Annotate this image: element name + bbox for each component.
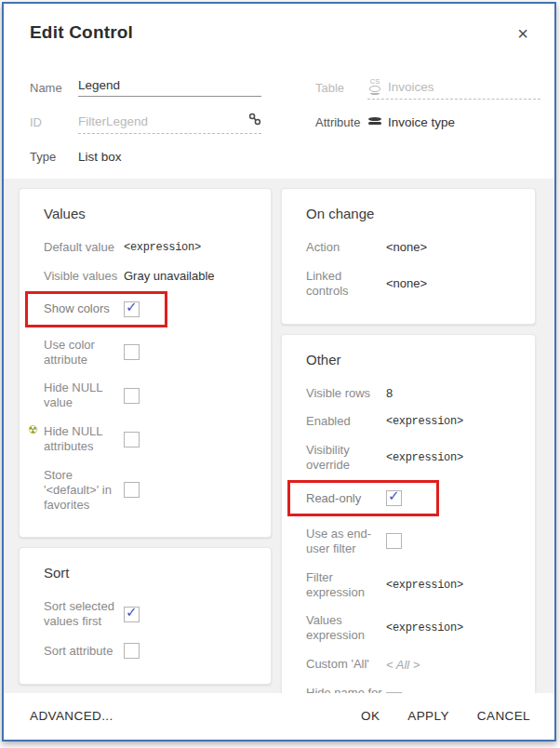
field-row: Sort attribute: [44, 643, 252, 659]
advanced-button[interactable]: ADVANCED...: [30, 709, 113, 723]
show-colors-checkbox[interactable]: [124, 301, 140, 317]
action-label: Action: [306, 240, 386, 255]
sort-selected-first-label: Sort selected values first: [44, 599, 124, 629]
name-label: Name: [30, 78, 78, 95]
visible-rows-field[interactable]: 8: [386, 386, 393, 400]
custom-all-field[interactable]: < All >: [386, 658, 420, 672]
values-expression-label: Values expression: [306, 613, 386, 643]
sort-selected-first-checkbox[interactable]: [124, 607, 140, 622]
field-row: Linked controls <none>: [306, 269, 516, 299]
visibility-override-label: Visibility override: [306, 443, 386, 473]
dialog-header: Edit Control ×: [4, 4, 554, 71]
table-icon: CS: [367, 78, 382, 95]
id-label: ID: [30, 113, 78, 129]
field-row: Filter expression <expression>: [306, 570, 516, 600]
values-card-title: Values: [44, 206, 252, 221]
linked-controls-label: Linked controls: [306, 269, 386, 299]
hide-name-end-user-label: Hide name for end user: [306, 686, 386, 693]
other-card: Other Visible rows 8 Enabled <expression…: [281, 334, 536, 693]
action-field[interactable]: <none>: [386, 240, 427, 254]
enabled-label: Enabled: [306, 414, 386, 429]
hide-null-value-checkbox[interactable]: [124, 388, 140, 404]
field-row: Hide name for end user: [306, 686, 516, 693]
visibility-override-field[interactable]: <expression>: [386, 451, 463, 464]
chain-link-icon[interactable]: [248, 113, 261, 129]
on-change-card: On change Action <none> Linked controls …: [281, 188, 536, 325]
use-color-attribute-checkbox[interactable]: [124, 344, 140, 360]
use-color-attribute-label: Use color attribute: [44, 338, 124, 367]
hide-name-end-user-checkbox[interactable]: [386, 692, 402, 693]
dialog-footer: ADVANCED... OK APPLY CANCEL: [4, 693, 554, 740]
field-row: Visibility override <expression>: [306, 443, 516, 473]
visible-values-label: Visible values: [44, 269, 124, 284]
custom-all-label: Custom 'All': [306, 657, 386, 672]
hide-null-attributes-label: ☢ Hide NULL attributes: [44, 424, 124, 454]
attribute-value[interactable]: Invoice type: [388, 113, 455, 129]
field-row: Action <none>: [306, 240, 516, 255]
field-row: Use as end-user filter: [306, 527, 516, 556]
field-row: Visible values Gray unavailable: [44, 269, 252, 284]
hide-null-attributes-checkbox[interactable]: [124, 432, 140, 447]
visible-rows-label: Visible rows: [306, 386, 386, 401]
cards-area: Values Default value <expression> Visibl…: [4, 179, 554, 693]
attribute-field-line: Invoice type: [367, 113, 540, 133]
id-field-line: [78, 113, 261, 134]
field-row: Enabled <expression>: [306, 414, 516, 429]
dialog-title: Edit Control: [30, 22, 133, 43]
table-value: Invoices: [388, 80, 434, 94]
values-card: Values Default value <expression> Visibl…: [19, 188, 272, 538]
table-label: Table: [315, 78, 367, 95]
field-row: Values expression <expression>: [306, 613, 516, 643]
hide-null-value-label: Hide NULL value: [44, 381, 124, 410]
sort-card-title: Sort: [44, 565, 252, 581]
field-row: Store '<default>' in favorites: [44, 468, 252, 513]
apply-button[interactable]: APPLY: [407, 709, 449, 723]
filter-expression-field[interactable]: <expression>: [386, 579, 463, 592]
filter-expression-label: Filter expression: [306, 570, 386, 600]
close-icon[interactable]: ×: [513, 22, 532, 45]
name-field-line: [78, 78, 261, 97]
field-row: Sort selected values first: [44, 599, 252, 629]
type-label: Type: [30, 147, 78, 164]
field-row: Hide NULL value: [44, 381, 252, 410]
edit-control-dialog: Edit Control × Name Table CS Invoices ID: [2, 2, 556, 741]
visible-values-field[interactable]: Gray unavailable: [124, 269, 215, 283]
values-expression-field[interactable]: <expression>: [386, 621, 463, 634]
on-change-card-title: On change: [306, 206, 516, 221]
name-input[interactable]: [78, 78, 261, 92]
field-row: Default value <expression>: [44, 240, 252, 255]
store-default-favorites-checkbox[interactable]: [124, 482, 140, 498]
store-default-favorites-label: Store '<default>' in favorites: [44, 468, 124, 513]
attribute-disc-icon: [367, 117, 382, 125]
cancel-button[interactable]: CANCEL: [477, 709, 530, 723]
experimental-icon: ☢: [28, 424, 38, 435]
sort-attribute-checkbox[interactable]: [124, 643, 140, 659]
table-field-line: CS Invoices: [367, 78, 540, 100]
type-value[interactable]: List box: [78, 147, 261, 164]
field-row: ☢ Hide NULL attributes: [44, 424, 252, 454]
attribute-label: Attribute: [315, 113, 367, 129]
default-value-field[interactable]: <expression>: [124, 241, 201, 254]
read-only-checkbox[interactable]: [386, 490, 402, 506]
read-only-label: Read-only: [306, 491, 386, 506]
ok-button[interactable]: OK: [361, 709, 380, 723]
top-form: Name Table CS Invoices ID Attribute: [4, 71, 554, 179]
sort-card: Sort Sort selected values first Sort att…: [19, 547, 272, 685]
linked-controls-field[interactable]: <none>: [386, 276, 427, 290]
default-value-label: Default value: [44, 240, 124, 255]
field-row: Use color attribute: [44, 338, 252, 367]
field-row: Custom 'All' < All >: [306, 657, 516, 672]
field-row: Visible rows 8: [306, 386, 516, 401]
end-user-filter-label: Use as end-user filter: [306, 527, 386, 556]
end-user-filter-checkbox[interactable]: [386, 533, 402, 549]
sort-attribute-label: Sort attribute: [44, 644, 124, 659]
show-colors-label: Show colors: [44, 301, 124, 316]
read-only-highlight-box: Read-only: [287, 480, 439, 516]
enabled-field[interactable]: <expression>: [386, 415, 463, 428]
id-input[interactable]: [78, 114, 243, 128]
other-card-title: Other: [306, 352, 516, 367]
show-colors-highlight-box: Show colors: [25, 291, 167, 327]
